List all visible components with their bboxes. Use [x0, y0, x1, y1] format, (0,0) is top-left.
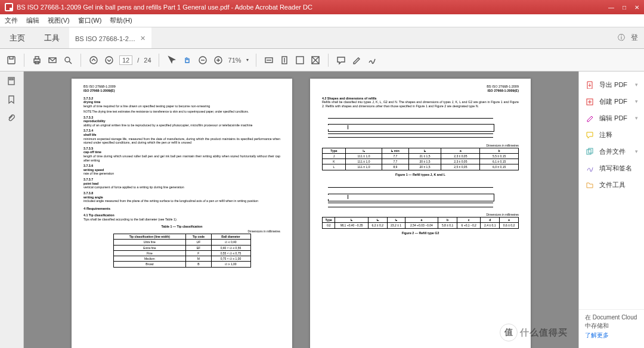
- fit-width-icon[interactable]: [264, 55, 274, 66]
- watermark-icon: 值: [500, 324, 518, 341]
- minimize-button[interactable]: —: [608, 4, 614, 11]
- menu-window[interactable]: 窗口(W): [78, 16, 102, 25]
- read-mode-icon[interactable]: [310, 55, 321, 66]
- figure-1-drawing: [322, 111, 519, 144]
- svg-rect-15: [10, 79, 13, 80]
- zoom-out-icon[interactable]: [197, 55, 208, 66]
- watermark-text: 什么值得买: [520, 327, 568, 338]
- tool-create-pdf[interactable]: 创建 PDF▾: [579, 93, 644, 110]
- tab-home[interactable]: 主页: [0, 27, 35, 48]
- thumbnails-icon[interactable]: [7, 76, 17, 89]
- svg-point-7: [106, 57, 113, 64]
- title-bar: BS ISO 27668-1-2009 Gel ink ball pens an…: [0, 0, 644, 14]
- document-canvas[interactable]: BS ISO 27668-1:2009ISO 27668-1:2009(E) 3…: [24, 72, 578, 348]
- close-button[interactable]: ✕: [634, 4, 639, 11]
- tool-comment[interactable]: 注释: [579, 126, 644, 143]
- page-total: 24: [144, 57, 151, 64]
- svg-rect-0: [8, 57, 15, 64]
- mail-icon[interactable]: [47, 55, 58, 66]
- svg-rect-2: [35, 57, 39, 59]
- tab-tools[interactable]: 工具: [35, 27, 69, 48]
- pointer-icon[interactable]: [166, 55, 177, 66]
- left-nav-rail: [0, 72, 24, 348]
- fullscreen-icon[interactable]: [295, 55, 305, 66]
- attachment-icon[interactable]: [7, 113, 17, 126]
- tab-document[interactable]: BS ISO 27668-1-2… ✕: [69, 27, 151, 48]
- tab-close-icon[interactable]: ✕: [140, 35, 145, 42]
- page-down-icon[interactable]: [104, 55, 114, 66]
- watermark: 值 什么值得买: [495, 322, 572, 343]
- tab-document-label: BS ISO 27668-1-2…: [75, 35, 135, 42]
- info-icon[interactable]: ⓘ: [618, 33, 625, 43]
- table-1: Tip classification (line width)Tip codeB…: [113, 234, 251, 268]
- zoom-level[interactable]: 71%: [228, 57, 242, 64]
- page-up-icon[interactable]: [88, 55, 99, 66]
- fit-page-icon[interactable]: [279, 55, 290, 66]
- page-input[interactable]: 12: [119, 55, 132, 65]
- menu-help[interactable]: 帮助(H): [110, 16, 132, 25]
- figure-2-drawing: [322, 180, 519, 213]
- print-icon[interactable]: [32, 55, 42, 66]
- tool-export-pdf[interactable]: 导出 PDF▾: [579, 76, 644, 93]
- save-icon[interactable]: [6, 55, 17, 66]
- hand-icon[interactable]: [182, 55, 193, 66]
- svg-point-6: [90, 57, 97, 64]
- tool-fill-sign[interactable]: 填写和签名: [579, 160, 644, 176]
- highlight-icon[interactable]: [351, 55, 362, 66]
- window-title: BS ISO 27668-1-2009 Gel ink ball pens an…: [17, 4, 312, 11]
- tool-combine[interactable]: 合并文件▾: [579, 143, 644, 160]
- page-left: BS ISO 27668-1:2009ISO 27668-1:2009(E) 3…: [72, 79, 292, 348]
- tab-bar: 主页 工具 BS ISO 27668-1-2… ✕ ⓘ 登: [0, 27, 644, 49]
- table-figure-2: Typel₁l₂l₃abcde G298,1 +0,40 −0,356,2 ± …: [322, 217, 519, 229]
- bookmark-icon[interactable]: [7, 95, 17, 107]
- zoom-chevron-icon[interactable]: ▾: [246, 57, 249, 63]
- page-sep: /: [137, 57, 139, 64]
- zoom-in-icon[interactable]: [213, 55, 224, 66]
- learn-more-link[interactable]: 了解更多: [585, 331, 638, 340]
- table-figure-1: Typel₁l₂ minl₃ab J111 ± 1,07,721 ± 1,52,…: [322, 148, 519, 170]
- cloud-promo: 在 Document Cloud 中存储和 了解更多: [579, 309, 644, 343]
- toolbar: 12 / 24 71% ▾: [0, 49, 644, 72]
- signin-button[interactable]: 登: [631, 33, 638, 43]
- tool-file-tools[interactable]: 文件工具: [579, 176, 644, 193]
- app-logo-icon: [5, 3, 13, 11]
- maximize-button[interactable]: □: [623, 4, 626, 11]
- menu-view[interactable]: 视图(V): [48, 16, 70, 25]
- menu-bar: 文件 编辑 视图(V) 窗口(W) 帮助(H): [0, 14, 644, 27]
- right-tools-panel: 导出 PDF▾ 创建 PDF▾ 编辑 PDF▾ 注释 合并文件▾ 填写和签名 文…: [578, 72, 644, 348]
- signature-icon[interactable]: [367, 55, 377, 66]
- search-icon[interactable]: [63, 55, 73, 66]
- svg-point-5: [65, 57, 70, 62]
- menu-edit[interactable]: 编辑: [26, 16, 39, 25]
- tool-edit-pdf[interactable]: 编辑 PDF▾: [579, 110, 644, 126]
- comment-icon[interactable]: [336, 55, 346, 66]
- svg-rect-12: [296, 57, 304, 64]
- menu-file[interactable]: 文件: [5, 16, 18, 25]
- page-right: BS ISO 27668-1:2009ISO 27668-1:2009(E) 4…: [310, 79, 531, 348]
